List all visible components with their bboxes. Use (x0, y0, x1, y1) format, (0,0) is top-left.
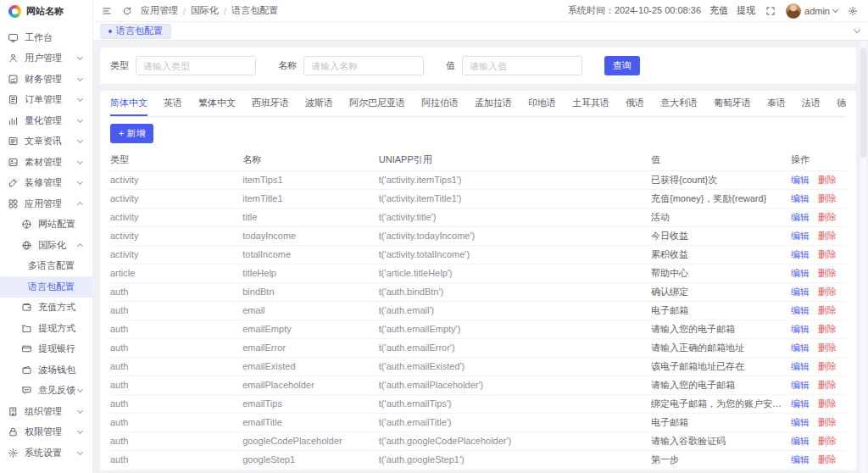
delete-link[interactable]: 删除 (818, 175, 837, 185)
lang-tab[interactable]: 泰语 (767, 97, 786, 116)
delete-link[interactable]: 删除 (818, 417, 837, 427)
edit-link[interactable]: 编辑 (791, 268, 810, 278)
scrollbar-thumb[interactable] (860, 47, 866, 158)
edit-link[interactable]: 编辑 (791, 324, 810, 334)
edit-link[interactable]: 编辑 (791, 249, 810, 259)
lang-tab[interactable]: 德语 (837, 97, 846, 116)
edit-link[interactable]: 编辑 (791, 305, 810, 315)
lang-tab[interactable]: 阿拉伯语 (421, 97, 459, 116)
search-button[interactable]: 查询 (604, 56, 640, 75)
lang-tab[interactable]: 土耳其语 (572, 97, 609, 116)
sidebar-item-label: 订单管理 (25, 93, 62, 106)
delete-link[interactable]: 删除 (818, 305, 837, 315)
sidebar-item-site-config[interactable]: 网站配置 (0, 214, 92, 236)
edit-link[interactable]: 编辑 (791, 380, 810, 390)
edit-link[interactable]: 编辑 (791, 175, 810, 185)
edit-link[interactable]: 编辑 (791, 231, 810, 241)
collapse-menu-icon[interactable] (100, 4, 114, 18)
sidebar-item-withdraw-bank[interactable]: 提现银行 (0, 339, 92, 360)
sidebar-item-article-news[interactable]: 文章资讯 (0, 131, 92, 153)
filter-value-input[interactable] (462, 56, 582, 75)
delete-link[interactable]: 删除 (818, 398, 837, 409)
delete-link[interactable]: 删除 (818, 212, 837, 222)
sidebar-item-feedback[interactable]: 意见反馈 (0, 381, 92, 402)
tab-lang-pack-config[interactable]: 语言包配置 (100, 24, 171, 39)
chevron-down-icon (832, 7, 838, 13)
sidebar-item-recharge-method[interactable]: 充值方式 (0, 298, 92, 319)
delete-link[interactable]: 删除 (818, 454, 837, 465)
sidebar-item-user-mgmt[interactable]: 用户管理 (0, 48, 92, 70)
sidebar-item-order-mgmt[interactable]: 订单管理 (0, 90, 92, 111)
lang-tab[interactable]: 繁体中文 (198, 97, 236, 116)
edit-link[interactable]: 编辑 (791, 342, 810, 353)
language-pack-table: 类型名称UNIAPP引用值操作 activityitemTips1t('acti… (110, 149, 846, 470)
delete-link[interactable]: 删除 (818, 287, 837, 297)
delete-link[interactable]: 删除 (818, 342, 837, 353)
sidebar-item-decor-mgmt[interactable]: 装修管理 (0, 173, 92, 194)
user-icon (8, 53, 19, 64)
lang-tab[interactable]: 俄语 (626, 97, 644, 116)
lang-tab[interactable]: 法语 (802, 97, 821, 116)
lang-tab[interactable]: 简体中文 (110, 97, 147, 116)
lang-tab[interactable]: 葡萄牙语 (714, 97, 751, 116)
filter-name-input[interactable] (303, 56, 424, 75)
edit-link[interactable]: 编辑 (791, 212, 810, 222)
settings-gear-icon[interactable] (846, 4, 860, 18)
lang-tab[interactable]: 印地语 (528, 97, 556, 116)
refresh-icon[interactable] (120, 4, 134, 18)
delete-link[interactable]: 删除 (818, 380, 837, 390)
lang-tab[interactable]: 波斯语 (305, 97, 333, 116)
sidebar-item-material-mgmt[interactable]: 素材管理 (0, 152, 92, 173)
lang-tab[interactable]: 阿尔巴尼亚语 (349, 97, 405, 116)
delete-link[interactable]: 删除 (818, 231, 837, 241)
sidebar-item-finance-mgmt[interactable]: 财务管理 (0, 69, 92, 90)
sidebar-item-workbench[interactable]: 工作台 (0, 27, 92, 48)
fullscreen-icon[interactable] (764, 4, 777, 18)
delete-link[interactable]: 删除 (818, 268, 837, 278)
breadcrumb-item[interactable]: 国际化 (191, 4, 219, 17)
delete-link[interactable]: 删除 (818, 361, 837, 371)
lang-tab[interactable]: 英语 (164, 97, 182, 116)
filter-type-input[interactable] (136, 56, 256, 75)
cell-value: 充值{money}，奖励{reward} (651, 190, 791, 209)
sidebar-item-app-mgmt[interactable]: 应用管理 (0, 193, 92, 214)
sidebar-item-tron-wallet[interactable]: 波场钱包 (0, 359, 92, 381)
sidebar-item-quant-mgmt[interactable]: 量化管理 (0, 110, 92, 131)
sidebar-item-perm-mgmt[interactable]: 权限管理 (0, 422, 92, 443)
cell-name: totalIncome (242, 246, 379, 264)
sidebar-item-multi-lang-config[interactable]: 多语言配置 (0, 256, 92, 277)
sidebar-item-sys-settings[interactable]: 系统设置 (0, 442, 92, 464)
delete-link[interactable]: 删除 (818, 324, 837, 334)
column-header: 名称 (242, 149, 379, 171)
edit-link[interactable]: 编辑 (791, 361, 810, 371)
avatar[interactable] (786, 3, 801, 19)
edit-link[interactable]: 编辑 (791, 417, 810, 427)
user-menu[interactable]: admin (786, 3, 837, 19)
delete-link[interactable]: 删除 (818, 249, 837, 259)
chevron-down-icon (77, 449, 83, 455)
sidebar-item-withdraw-method[interactable]: 提现方式 (0, 318, 92, 339)
lang-tab[interactable]: 西班牙语 (252, 97, 289, 116)
cell-ref: t('activity.title') (379, 209, 651, 227)
add-button[interactable]: + 新增 (110, 124, 153, 143)
recharge-link[interactable]: 充值 (709, 4, 728, 17)
edit-link[interactable]: 编辑 (791, 454, 810, 465)
cell-value: 请输入您的电子邮箱 (651, 376, 791, 395)
sidebar-item-i18n[interactable]: 国际化 (0, 235, 92, 256)
withdraw-link[interactable]: 提现 (737, 4, 755, 17)
breadcrumb-item[interactable]: 语言包配置 (231, 4, 278, 17)
sidebar-item-org-mgmt[interactable]: 组织管理 (0, 401, 92, 422)
edit-link[interactable]: 编辑 (791, 436, 810, 446)
table-row: articletitleHelpt('article.titleHelp')帮助… (110, 264, 846, 283)
sidebar-item-lang-pack-config[interactable]: 语言包配置 (0, 276, 92, 298)
delete-link[interactable]: 删除 (818, 193, 837, 203)
tabbar-chevron-down-icon[interactable] (854, 26, 860, 33)
breadcrumb-item[interactable]: 应用管理 (141, 4, 178, 17)
lang-tab[interactable]: 意大利语 (660, 97, 698, 116)
delete-link[interactable]: 删除 (818, 436, 837, 446)
lang-tab[interactable]: 孟加拉语 (475, 97, 512, 116)
edit-link[interactable]: 编辑 (791, 398, 810, 409)
filter-value: 值 (446, 56, 582, 75)
edit-link[interactable]: 编辑 (791, 287, 810, 297)
edit-link[interactable]: 编辑 (791, 193, 810, 203)
